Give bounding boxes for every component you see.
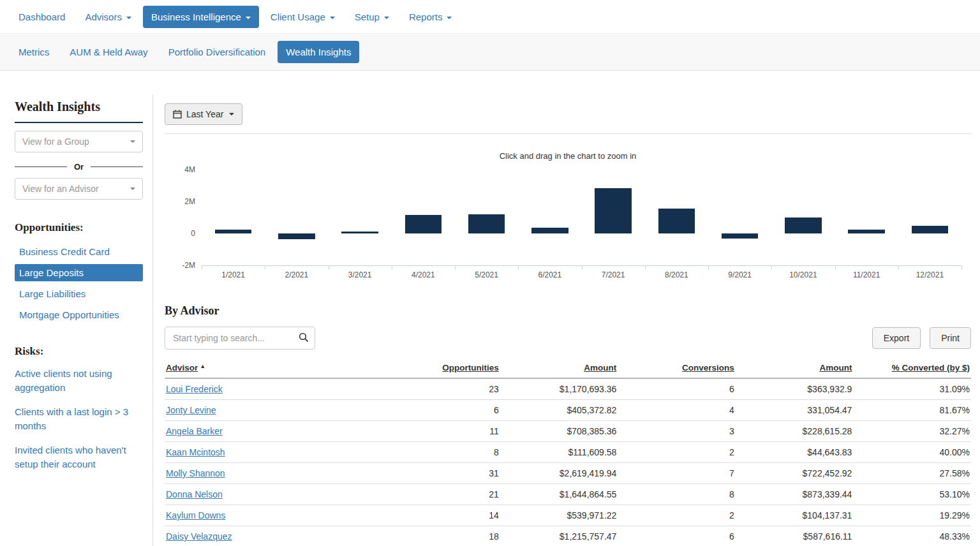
opportunities-heading: Opportunities: bbox=[15, 221, 143, 234]
table-row: Daisy Velazquez18$1,215,757.476$587,616.… bbox=[165, 526, 971, 546]
pct-converted-cell: 31.09% bbox=[853, 378, 971, 400]
chart-bar[interactable] bbox=[468, 214, 505, 233]
x-axis-tick bbox=[455, 265, 456, 269]
table-row: Kaylum Downs14$539,971.222$104,137.3119.… bbox=[165, 505, 971, 526]
group-select-label: View for a Group bbox=[22, 136, 89, 147]
chart-bar[interactable] bbox=[785, 218, 822, 233]
risks-list: Active clients not using aggregation Cli… bbox=[15, 367, 143, 471]
pct-converted-cell: 53.10% bbox=[853, 484, 971, 505]
chart-plot bbox=[202, 170, 961, 265]
advisor-table: Advisor▲ Opportunities Amount Conversion… bbox=[165, 359, 971, 546]
conversion-amount-cell: 331,054.47 bbox=[736, 400, 854, 421]
conversion-amount-cell: $587,616.11 bbox=[736, 526, 854, 546]
x-axis-label: 4/2021 bbox=[392, 270, 455, 279]
opportunities-cell: 11 bbox=[382, 421, 500, 442]
conversions-cell: 2 bbox=[618, 442, 736, 463]
chart-bar[interactable] bbox=[658, 209, 695, 233]
sidebar-title: Wealth Insights bbox=[15, 100, 143, 123]
main-panel: Last Year Click and drag in the chart to… bbox=[153, 94, 980, 546]
chart-bar[interactable] bbox=[215, 230, 252, 233]
advisor-link[interactable]: Kaan Mcintosh bbox=[166, 447, 225, 457]
column-header-amount[interactable]: Amount bbox=[500, 359, 618, 378]
period-select-button[interactable]: Last Year bbox=[165, 103, 242, 125]
content-layout: Wealth Insights View for a Group Or View… bbox=[0, 94, 980, 546]
chart-x-labels: 1/20212/20213/20214/20215/20216/20217/20… bbox=[202, 270, 961, 279]
x-axis-tick bbox=[835, 265, 836, 269]
calendar-icon bbox=[173, 110, 182, 119]
risks-heading: Risks: bbox=[15, 345, 143, 358]
period-select-label: Last Year bbox=[186, 109, 223, 119]
advisor-link[interactable]: Kaylum Downs bbox=[166, 510, 225, 520]
subnav-item-metrics[interactable]: Metrics bbox=[10, 41, 57, 63]
conversions-cell: 4 bbox=[618, 400, 736, 421]
sidebar-item-mortgage-opportunities[interactable]: Mortgage Opportunities bbox=[15, 306, 143, 323]
column-header-conversion-amount[interactable]: Amount bbox=[736, 359, 854, 378]
amount-cell: $2,619,419.94 bbox=[500, 463, 618, 484]
conversion-amount-cell: $44,643.83 bbox=[736, 442, 854, 463]
advisor-link[interactable]: Donna Nelson bbox=[166, 489, 223, 499]
column-header-conversions[interactable]: Conversions bbox=[618, 359, 736, 378]
nav-item-reports[interactable]: Reports bbox=[401, 6, 461, 28]
chart-bar[interactable] bbox=[848, 230, 885, 233]
amount-cell: $1,215,757.47 bbox=[500, 526, 618, 546]
chart-bar[interactable] bbox=[341, 232, 378, 233]
sidebar-item-business-credit-card[interactable]: Business Credit Card bbox=[15, 243, 143, 260]
chart-bar[interactable] bbox=[912, 226, 949, 234]
opportunities-list: Business Credit Card Large Deposits Larg… bbox=[15, 243, 143, 323]
column-header-pct-converted[interactable]: % Converted (by $) bbox=[853, 359, 971, 378]
chart-zoom-hint: Click and drag in the chart to zoom in bbox=[165, 151, 971, 161]
chart-bar[interactable] bbox=[722, 233, 759, 239]
chevron-down-icon bbox=[447, 17, 452, 19]
nav-item-business-intelligence[interactable]: Business Intelligence bbox=[143, 6, 259, 28]
x-axis-tick bbox=[708, 265, 709, 269]
subnav-item-wealth-insights[interactable]: Wealth Insights bbox=[278, 41, 359, 63]
group-select[interactable]: View for a Group bbox=[15, 131, 143, 152]
x-axis-label: 1/2021 bbox=[202, 270, 265, 279]
export-button[interactable]: Export bbox=[872, 327, 921, 349]
x-axis-label: 10/2021 bbox=[771, 270, 835, 279]
pct-converted-cell: 40.00% bbox=[853, 442, 971, 463]
conversion-amount-cell: $363,932.9 bbox=[736, 378, 854, 400]
sidebar-item-risk-invited-clients[interactable]: Invited clients who haven't setup their … bbox=[15, 443, 143, 471]
sort-asc-icon: ▲ bbox=[200, 363, 205, 369]
chevron-down-icon bbox=[246, 17, 251, 19]
column-header-advisor[interactable]: Advisor▲ bbox=[165, 359, 382, 378]
conversions-cell: 6 bbox=[618, 378, 736, 400]
opportunities-cell: 31 bbox=[382, 463, 500, 484]
advisor-link[interactable]: Angela Barker bbox=[166, 426, 223, 436]
print-button[interactable]: Print bbox=[930, 327, 971, 349]
y-axis-label: 2M bbox=[165, 196, 195, 207]
sub-navigation: Metrics AUM & Held Away Portfolio Divers… bbox=[0, 33, 980, 71]
x-axis-tick bbox=[329, 265, 329, 269]
sidebar-item-large-liabilities[interactable]: Large Liabilities bbox=[15, 285, 143, 302]
nav-item-dashboard[interactable]: Dashboard bbox=[10, 6, 73, 28]
column-header-opportunities[interactable]: Opportunities bbox=[382, 359, 500, 378]
advisor-select[interactable]: View for an Advisor bbox=[15, 178, 143, 200]
advisor-link[interactable]: Jonty Levine bbox=[166, 405, 216, 415]
chart-bar[interactable] bbox=[531, 228, 568, 233]
divider-line bbox=[91, 166, 143, 167]
conversions-cell: 6 bbox=[618, 526, 736, 546]
sidebar-item-risk-last-login[interactable]: Clients with a last login > 3 months bbox=[15, 405, 143, 433]
chart-bar[interactable] bbox=[278, 233, 315, 239]
amount-cell: $708,385.36 bbox=[500, 421, 618, 442]
advisor-link[interactable]: Daisy Velazquez bbox=[166, 531, 232, 542]
sidebar-item-risk-aggregation[interactable]: Active clients not using aggregation bbox=[15, 367, 143, 395]
nav-item-setup[interactable]: Setup bbox=[346, 6, 397, 28]
or-label: Or bbox=[74, 162, 84, 172]
sidebar-item-large-deposits[interactable]: Large Deposits bbox=[15, 264, 143, 281]
divider-line bbox=[15, 166, 67, 167]
chart-bar[interactable] bbox=[595, 188, 632, 233]
bar-chart[interactable]: Click and drag in the chart to zoom in 4… bbox=[165, 133, 971, 288]
advisor-link[interactable]: Molly Shannon bbox=[166, 468, 225, 478]
search-input[interactable] bbox=[165, 327, 315, 350]
advisor-link[interactable]: Loui Frederick bbox=[166, 384, 223, 394]
x-axis-label: 5/2021 bbox=[455, 270, 518, 279]
nav-item-client-usage[interactable]: Client Usage bbox=[262, 6, 343, 28]
chevron-down-icon bbox=[384, 17, 389, 19]
subnav-item-portfolio-diversification[interactable]: Portfolio Diversification bbox=[160, 41, 274, 63]
subnav-item-aum-held-away[interactable]: AUM & Held Away bbox=[61, 41, 156, 63]
chart-bar[interactable] bbox=[405, 215, 442, 233]
nav-item-advisors[interactable]: Advisors bbox=[77, 6, 140, 28]
chart-x-ticks bbox=[202, 265, 961, 269]
